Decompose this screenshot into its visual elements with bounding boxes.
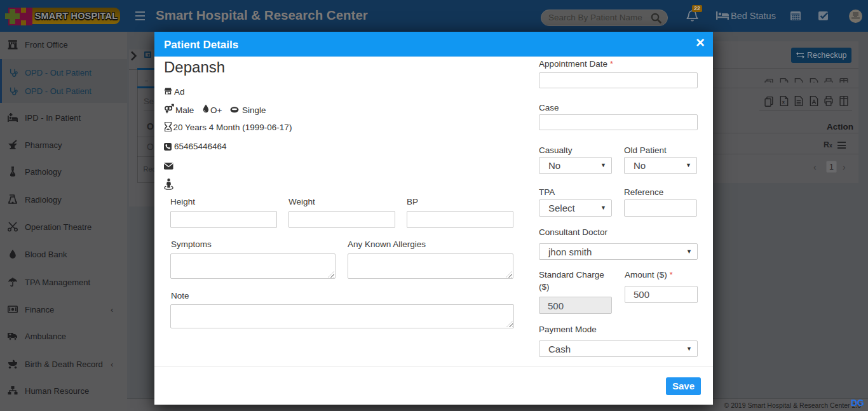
svg-text:x: x	[782, 99, 785, 105]
svg-text:x: x	[782, 81, 785, 83]
